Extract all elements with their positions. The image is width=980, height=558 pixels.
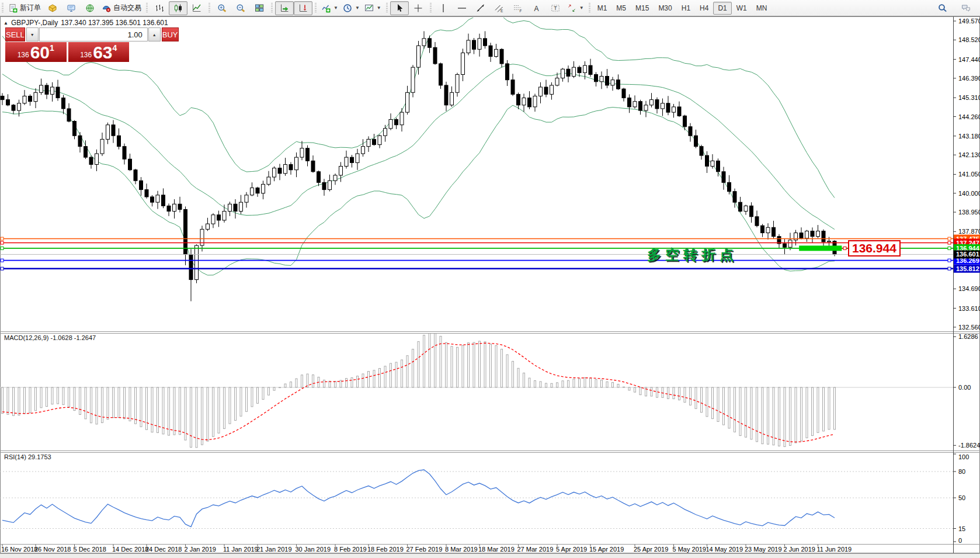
toolbar-grip[interactable] xyxy=(589,3,590,13)
svg-text:135.812: 135.812 xyxy=(956,265,979,272)
label-t-icon: T xyxy=(551,4,560,13)
price-tick-label: 146.390 xyxy=(958,75,980,82)
hline-icon xyxy=(457,4,467,13)
svg-text:T: T xyxy=(554,5,557,11)
chevron-down-icon[interactable]: ▼ xyxy=(579,5,584,11)
price-callout-box[interactable]: 136.944 xyxy=(848,240,901,257)
toolbar-grip[interactable] xyxy=(386,3,388,13)
volume-increase-button[interactable]: ▲ xyxy=(148,27,161,41)
collapse-trading-panel-icon[interactable]: ▲ xyxy=(4,20,8,26)
toolbar-group: M1M5M15M30H1H4D1W1MN xyxy=(587,0,773,16)
tline-icon xyxy=(476,4,485,13)
tf-m15-button[interactable]: M15 xyxy=(631,2,654,15)
price-tick-label: 149.570 xyxy=(958,18,980,25)
equidistant-channel-button[interactable]: E xyxy=(490,1,509,15)
terminal-window: 新订单自动交易▼▼▼EFAT▼M1M5M15M30H1H4D1W1MN 149.… xyxy=(0,0,980,558)
toolbar-grip[interactable] xyxy=(208,3,210,13)
toolbar-group: EFAT▼ xyxy=(428,0,587,16)
zoom-in-button[interactable] xyxy=(213,1,231,15)
chat-button[interactable] xyxy=(957,1,975,15)
price-tick-label: 148.520 xyxy=(958,36,980,43)
date-tick-label: 21 Jan 2019 xyxy=(256,546,292,553)
news-button[interactable] xyxy=(81,1,99,15)
date-axis[interactable]: 16 Nov 201826 Nov 20185 Dec 201814 Dec 2… xyxy=(1,545,852,553)
bar-chart-button[interactable] xyxy=(150,1,169,15)
tf-mn-button[interactable]: MN xyxy=(752,2,772,15)
market-watch-button[interactable] xyxy=(43,1,62,15)
bars-icon xyxy=(155,4,164,13)
cursor-button[interactable] xyxy=(390,1,409,15)
zoom-in-icon xyxy=(217,4,227,13)
chevron-down-icon[interactable]: ▼ xyxy=(333,5,338,11)
text-label-button[interactable]: T xyxy=(546,1,565,15)
tf-h1-button[interactable]: H1 xyxy=(677,2,695,15)
template-icon xyxy=(364,4,374,13)
toolbar-grip[interactable] xyxy=(430,3,432,13)
auto-scroll-button[interactable] xyxy=(275,1,294,15)
clock-icon xyxy=(343,4,352,13)
linechart-icon xyxy=(192,4,201,13)
date-tick-label: 14 Dec 2018 xyxy=(112,546,148,553)
toolbar-grip[interactable] xyxy=(271,3,273,13)
date-tick-label: 27 Feb 2019 xyxy=(406,546,443,553)
toolbar-grip[interactable] xyxy=(146,3,148,13)
svg-text:136.601: 136.601 xyxy=(956,251,979,258)
buy-button[interactable]: BUY xyxy=(162,27,179,41)
volume-decrease-button[interactable]: ▼ xyxy=(26,27,39,41)
globe-icon xyxy=(85,4,95,13)
price-tick-label: 133.610 xyxy=(958,305,980,312)
sell-price-display[interactable]: 136 60 1 xyxy=(5,42,67,62)
turning-point-annotation[interactable]: 多空转折点 xyxy=(647,245,738,264)
toolbar-group: ▼▼▼ xyxy=(313,0,384,16)
strategy-tester-button[interactable] xyxy=(62,1,81,15)
sell-price-pips: 60 xyxy=(30,44,50,61)
chart-symbol-title: GBPJPY-,Daily xyxy=(11,19,58,27)
crosshair-button[interactable] xyxy=(409,1,428,15)
svg-text:E: E xyxy=(501,8,503,12)
tf-d1-button[interactable]: D1 xyxy=(713,2,731,15)
text-button[interactable]: A xyxy=(527,1,546,15)
candlestick-chart-button[interactable] xyxy=(169,1,187,15)
fibonacci-retracement-button[interactable]: F xyxy=(509,1,527,15)
chevron-down-icon[interactable]: ▼ xyxy=(377,5,381,11)
tf-w1-button[interactable]: W1 xyxy=(732,2,752,15)
trendline-button[interactable] xyxy=(471,1,490,15)
search-icon xyxy=(938,4,947,13)
chart-shift-button[interactable] xyxy=(294,1,312,15)
horizontal-line-button[interactable] xyxy=(453,1,471,15)
toolbar-grip[interactable] xyxy=(315,3,317,13)
indicators-list-button[interactable]: ▼ xyxy=(319,1,340,15)
arrows-icon xyxy=(567,4,576,13)
rsi-tick-label: 80 xyxy=(958,468,965,475)
tf-m30-button[interactable]: M30 xyxy=(654,2,676,15)
tf-h4-button[interactable]: H4 xyxy=(695,2,713,15)
new-order-button[interactable]: 新订单 xyxy=(6,1,43,15)
templates-button[interactable]: ▼ xyxy=(362,1,384,15)
toolbar-grip[interactable] xyxy=(2,3,4,13)
arrow-objects-button[interactable]: ▼ xyxy=(565,1,586,15)
buy-price-display[interactable]: 136 63 4 xyxy=(68,42,130,62)
highlight-zone[interactable] xyxy=(799,245,842,251)
volume-input[interactable] xyxy=(39,27,148,41)
chevron-down-icon[interactable]: ▼ xyxy=(355,5,360,11)
macd-tick-label: 0.00 xyxy=(958,384,971,391)
tf-m5-button[interactable]: M5 xyxy=(611,2,631,15)
date-tick-label: 26 Nov 2018 xyxy=(34,546,71,553)
toolbar: 新订单自动交易▼▼▼EFAT▼M1M5M15M30H1H4D1W1MN xyxy=(0,0,980,16)
tf-m5-label: M5 xyxy=(616,4,626,12)
line-chart-button[interactable] xyxy=(187,1,206,15)
vertical-line-button[interactable] xyxy=(434,1,453,15)
symbol-search-button[interactable] xyxy=(933,1,952,15)
date-tick-label: 2 Jun 2019 xyxy=(784,546,815,553)
autotrading-button[interactable]: 自动交易 xyxy=(99,1,144,15)
tile-windows-button[interactable] xyxy=(250,1,269,15)
periods-button[interactable]: ▼ xyxy=(340,1,362,15)
new-order-label: 新订单 xyxy=(20,3,41,13)
chart-canvas[interactable]: 149.570148.520147.440146.390145.310144.2… xyxy=(0,0,980,558)
tf-m1-button[interactable]: M1 xyxy=(593,2,612,15)
rsi-tick-label: 0 xyxy=(958,537,962,544)
crosshair-icon xyxy=(413,4,423,13)
zoom-out-button[interactable] xyxy=(231,1,250,15)
sell-button[interactable]: SELL xyxy=(5,27,25,41)
date-tick-label: 11 Jun 2019 xyxy=(817,546,852,553)
